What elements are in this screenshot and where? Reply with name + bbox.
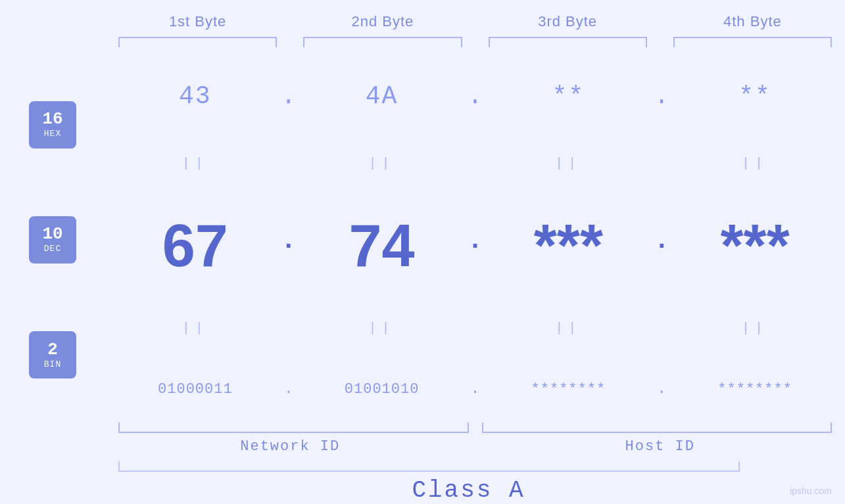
hex-row: 43 . 4A . ** . ** (105, 82, 845, 110)
bracket-byte4 (673, 37, 832, 47)
network-bracket (118, 423, 469, 433)
bin-dot3: . (652, 381, 671, 398)
bin-byte1: 01000011 (112, 381, 279, 398)
main-grid: 16 HEX 10 DEC 2 BIN 43 . (0, 60, 845, 419)
dec-row: 67 . 74 . *** . *** (105, 216, 845, 275)
dec-badge-num: 10 (42, 225, 62, 242)
bracket-byte3 (489, 37, 647, 47)
values-grid: 43 . 4A . ** . ** (105, 60, 845, 419)
hex-dot3: . (652, 82, 671, 110)
class-section: Class A (0, 461, 845, 504)
bottom-section: Network ID Host ID (0, 423, 845, 455)
dec-byte2: 74 (299, 216, 466, 275)
main-container: 1st Byte 2nd Byte 3rd Byte 4th Byte 16 H… (0, 0, 845, 504)
top-bracket-row (0, 37, 845, 47)
dec-badge: 10 DEC (29, 216, 76, 263)
hex-byte4: ** (671, 82, 838, 110)
bin-dot1: . (279, 381, 299, 398)
eq2-b2: || (299, 321, 466, 336)
hex-dot1: . (279, 82, 299, 110)
dec-badge-label: DEC (44, 244, 61, 254)
bin-byte4: ******** (671, 381, 838, 398)
eq2-b4: || (671, 321, 838, 336)
eq1-b4: || (671, 156, 838, 171)
bin-byte3: ******** (485, 381, 652, 398)
hex-byte3: ** (485, 82, 652, 110)
byte4-header: 4th Byte (660, 13, 845, 30)
equals-row1: || || || || (105, 156, 845, 171)
hex-byte2: 4A (299, 82, 466, 110)
watermark: ipshu.com (790, 486, 832, 496)
bin-badge-num: 2 (47, 341, 58, 358)
byte2-header: 2nd Byte (290, 13, 475, 30)
badges-column: 16 HEX 10 DEC 2 BIN (0, 60, 105, 419)
bin-badge: 2 BIN (29, 331, 76, 378)
bracket-byte2 (303, 37, 462, 47)
network-id-label: Network ID (105, 438, 475, 455)
byte3-header: 3rd Byte (475, 13, 660, 30)
hex-badge-num: 16 (42, 110, 62, 127)
host-bracket (482, 423, 833, 433)
host-id-label: Host ID (475, 438, 846, 455)
bin-badge-label: BIN (44, 359, 61, 369)
hex-badge-label: HEX (44, 129, 61, 139)
byte-headers: 1st Byte 2nd Byte 3rd Byte 4th Byte (0, 13, 845, 30)
id-labels: Network ID Host ID (105, 438, 845, 455)
equals-row2: || || || || (105, 321, 845, 336)
bottom-brackets (105, 423, 845, 433)
bin-row: 01000011 . 01001010 . ******** . (105, 381, 845, 398)
dec-dot3: . (652, 226, 671, 265)
eq1-b1: || (112, 156, 279, 171)
hex-badge: 16 HEX (29, 101, 76, 149)
hex-byte1: 43 (112, 82, 279, 110)
dec-dot2: . (466, 226, 485, 265)
dec-byte1: 67 (112, 216, 279, 275)
byte1-header: 1st Byte (105, 13, 290, 30)
eq2-b1: || (112, 321, 279, 336)
dec-byte4: *** (671, 216, 838, 275)
bracket-byte1 (118, 37, 277, 47)
bin-byte2: 01001010 (299, 381, 466, 398)
class-bracket (118, 461, 740, 472)
eq1-b3: || (485, 156, 652, 171)
eq2-b3: || (485, 321, 652, 336)
eq1-b2: || (299, 156, 466, 171)
dec-dot1: . (279, 226, 299, 265)
hex-dot2: . (466, 82, 485, 110)
bin-dot2: . (466, 381, 485, 398)
class-label: Class A (105, 477, 832, 504)
dec-byte3: *** (485, 216, 652, 275)
